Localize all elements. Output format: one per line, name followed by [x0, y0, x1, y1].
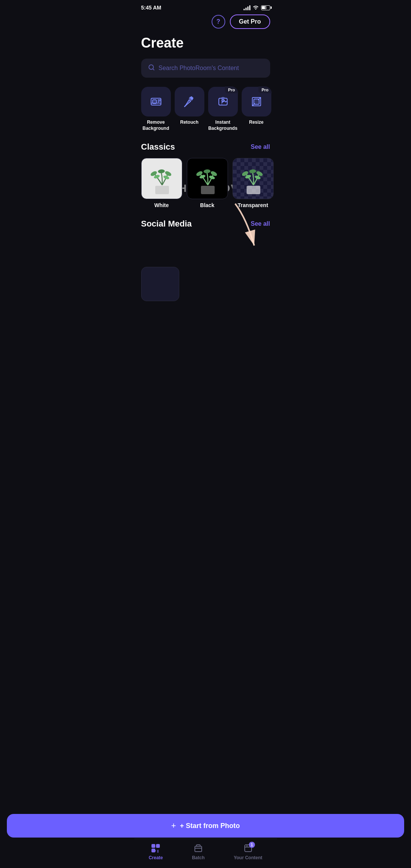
tool-icon-resize: Pro	[242, 87, 271, 116]
classic-transparent[interactable]: Transparent	[233, 158, 274, 208]
tool-label-retouch: Retouch	[180, 120, 199, 126]
classic-thumb-black	[187, 158, 228, 199]
status-bar: 5:45 AM 3	[134, 0, 277, 13]
get-pro-button[interactable]: Get Pro	[230, 14, 270, 29]
tool-label-remove-background: RemoveBackground	[142, 120, 169, 131]
classics-see-all[interactable]: See all	[251, 144, 270, 150]
social-card-placeholder	[141, 267, 179, 301]
tool-icon-remove-background	[141, 87, 171, 116]
search-bar[interactable]: Search PhotoRoom's Content	[141, 59, 270, 78]
tool-label-resize: Resize	[249, 120, 263, 126]
classics-title: Classics	[141, 142, 175, 152]
search-placeholder: Search PhotoRoom's Content	[159, 65, 239, 72]
page-title: Create	[134, 34, 277, 59]
classics-grid: MOHAMEDOVIC Whit	[134, 158, 277, 219]
svg-rect-25	[247, 186, 260, 194]
wifi-icon	[253, 5, 259, 11]
classic-black[interactable]: Black	[187, 158, 228, 208]
classic-label-white: White	[154, 202, 169, 208]
tool-icon-instant-backgrounds: Pro	[208, 87, 238, 116]
battery-icon: 3	[261, 5, 270, 10]
svg-line-1	[153, 69, 154, 70]
classic-thumb-white	[141, 158, 182, 199]
pro-badge-instant: Pro	[225, 86, 238, 93]
tool-remove-background[interactable]: RemoveBackground	[141, 87, 171, 131]
help-button[interactable]: ?	[212, 15, 225, 29]
search-icon	[148, 64, 155, 72]
svg-point-15	[158, 169, 165, 174]
social-media-see-all[interactable]: See all	[251, 220, 270, 227]
svg-rect-12	[254, 99, 259, 104]
social-media-title: Social Media	[141, 219, 192, 229]
tool-retouch[interactable]: Retouch	[175, 87, 204, 131]
top-actions: ? Get Pro	[134, 13, 277, 34]
classic-white[interactable]: White	[141, 158, 182, 208]
classic-label-black: Black	[200, 202, 214, 208]
signal-icon	[244, 5, 250, 10]
svg-rect-13	[155, 186, 169, 194]
social-media-section-header: Social Media See all	[134, 219, 277, 267]
tool-instant-backgrounds[interactable]: Pro InstantBackgrounds	[208, 87, 238, 131]
classic-thumb-transparent	[233, 158, 274, 199]
tool-resize[interactable]: Pro Resize	[242, 87, 271, 131]
pro-badge-resize: Pro	[258, 86, 271, 93]
tool-label-instant-backgrounds: InstantBackgrounds	[208, 120, 237, 131]
status-icons: 3	[244, 5, 270, 11]
status-time: 5:45 AM	[141, 5, 161, 11]
classic-label-transparent: Transparent	[237, 202, 268, 208]
svg-point-27	[249, 169, 256, 174]
svg-point-21	[203, 169, 210, 174]
tools-grid: RemoveBackground Retouch Pro	[134, 87, 277, 142]
svg-rect-19	[201, 186, 215, 194]
classics-section-header: Classics See all	[134, 142, 277, 158]
tool-icon-retouch	[175, 87, 204, 116]
